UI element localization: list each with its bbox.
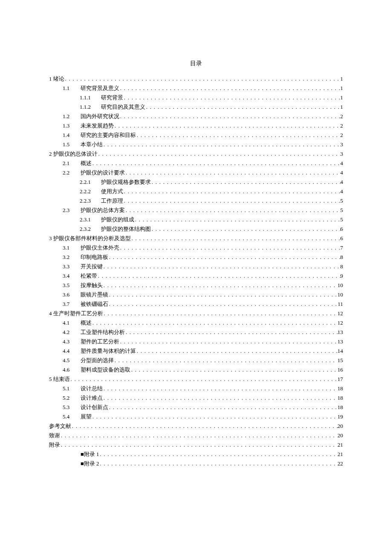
toc-entry: 1.4研究的主要内容和目标2	[49, 131, 343, 140]
toc-entry-number: 4.3	[63, 337, 81, 346]
toc-leader-dots	[114, 121, 340, 131]
toc-entry-number: 2.2.3	[80, 196, 101, 206]
toc-entry: 2.2.3工作原理5	[49, 196, 343, 206]
toc-entry-label: 按摩触头	[81, 281, 103, 290]
toc-entry-page: 19	[337, 412, 343, 421]
toc-entry: 1.3未来发展趋势2	[49, 121, 343, 131]
toc-entry-page: 12	[337, 309, 343, 318]
toc-entry-number: 2.3	[63, 206, 81, 215]
toc-entry-number: 1.1.1	[80, 93, 101, 102]
toc-leader-dots	[103, 281, 337, 290]
toc-entry: 3.3开关按键8	[49, 262, 343, 271]
toc-entry-page: 11	[337, 299, 343, 309]
toc-entry: 致谢20	[49, 431, 343, 440]
toc-entry: 5.3设计创新点18	[49, 403, 343, 412]
toc-entry-page: 5	[340, 206, 343, 215]
toc-leader-dots	[136, 346, 337, 356]
toc-entry: 4.6塑料成型设备的选取16	[49, 365, 343, 375]
toc-entry-number: 2.1	[63, 159, 81, 168]
toc-entry: 2.2.2使用方式4	[49, 187, 343, 196]
toc-leader-dots	[123, 196, 340, 206]
toc-leader-dots	[125, 206, 340, 215]
toc-entry: 2.2护眼仪的设计要求4	[49, 168, 343, 177]
toc-entry-number: 2.3.2	[80, 224, 101, 234]
toc-leader-dots	[99, 459, 337, 468]
toc-entry: 1.2国内外研究状况2	[49, 112, 343, 121]
toc-entry: 4.4塑件质量与体积的计算14	[49, 346, 343, 356]
toc-entry-label: 护眼仪的设计要求	[81, 168, 125, 177]
toc-entry-number: 1.2	[63, 112, 81, 121]
toc-entry-label: 分型面的选择	[81, 356, 114, 365]
toc-entry-label: 塑料成型设备的选取	[81, 365, 130, 375]
toc-entry-label: 生产时塑件工艺分析	[53, 309, 103, 318]
toc-entry-page: 10	[337, 290, 343, 299]
toc-entry-number: 4.1	[63, 318, 81, 328]
toc-entry-label: 概述	[81, 159, 92, 168]
toc-entry: ■附录 222	[49, 459, 343, 468]
toc-entry-number: 5.3	[63, 403, 81, 412]
toc-entry: 3.4松紧带9	[49, 271, 343, 281]
toc-entry-page: 8	[340, 262, 343, 271]
toc-entry: 2.2.1护眼仪规格参数要求4	[49, 177, 343, 187]
toc-leader-dots	[60, 440, 337, 450]
toc-entry-label: 概述	[81, 318, 92, 328]
toc-entry: 3.6眼镜片墨镜10	[49, 290, 343, 299]
toc-entry-number: 2.2.2	[80, 187, 101, 196]
toc-entry-page: 13	[337, 328, 343, 337]
toc-entry-number: 2.2.1	[80, 177, 101, 187]
toc-leader-dots	[108, 290, 337, 299]
toc-entry: 3.1护眼仪主体外壳7	[49, 243, 343, 253]
toc-leader-dots	[60, 431, 337, 440]
toc-entry-number: 5	[49, 375, 53, 384]
toc-entry: 4.1概述12	[49, 318, 343, 328]
toc-entry-label: 设计创新点	[81, 403, 108, 412]
toc-entry-label: 护眼仪规格参数要求	[101, 177, 151, 187]
toc-leader-dots	[134, 215, 340, 224]
toc-leader-dots	[151, 177, 340, 187]
toc-entry-number: 5.2	[63, 393, 81, 403]
toc-entry-page: 1	[340, 84, 343, 93]
toc-entry: 2.3.1护眼仪的组成5	[49, 215, 343, 224]
toc-entry: 5.2设计难点18	[49, 393, 343, 403]
toc-entry-page: 3	[340, 149, 343, 159]
toc-entry-page: 17	[337, 375, 343, 384]
toc-entry-number: 1.5	[63, 140, 81, 149]
toc-entry-page: 21	[337, 440, 343, 450]
toc-entry: 4 生产时塑件工艺分析12	[49, 309, 343, 318]
toc-entry: 4.2工业塑件结构分析13	[49, 328, 343, 337]
toc-entry-number: 1.1.2	[80, 102, 101, 112]
toc-entry-number: 1.3	[63, 121, 81, 131]
toc-entry-number: 4.4	[63, 346, 81, 356]
toc-entry-page: 15	[337, 356, 343, 365]
toc-leader-dots	[136, 131, 340, 140]
toc-entry-label: 塑件的工艺分析	[81, 337, 119, 346]
toc-entry-number: 5.4	[63, 412, 81, 421]
toc-entry: 5.4展望19	[49, 412, 343, 421]
toc-entry-number: 5.1	[63, 384, 81, 393]
toc-leader-dots	[103, 393, 337, 403]
toc-entry-label: 护眼仪各部件材料的分析及选型	[53, 234, 131, 243]
toc-entry-page: 21	[337, 450, 343, 459]
toc-entry: 1.1.1研究背景1	[49, 93, 343, 102]
toc-entry-label: ■附录 2	[81, 459, 99, 468]
toc-entry-label: 本章小结	[81, 140, 103, 149]
toc-entry: ■附录 121	[49, 450, 343, 459]
toc-leader-dots	[119, 84, 340, 93]
toc-entry-label: 研究背景	[101, 93, 123, 102]
toc-leader-dots	[64, 74, 340, 84]
toc-entry: 2.3.2护眼仪的整体结构图6	[49, 224, 343, 234]
toc-entry-label: 参考文献	[49, 421, 71, 431]
toc-entry-page: 9	[340, 271, 343, 281]
toc-entry-page: 6	[340, 234, 343, 243]
toc-entry-number: 4.2	[63, 328, 81, 337]
toc-entry: 4.3塑件的工艺分析13	[49, 337, 343, 346]
toc-entry: 5 结束语17	[49, 375, 343, 384]
toc-entry-label: 研究的主要内容和目标	[81, 131, 136, 140]
toc-entry-page: 2	[340, 131, 343, 140]
toc-entry-label: 设计难点	[81, 393, 103, 403]
toc-entry-page: 3	[340, 140, 343, 149]
toc-entry-page: 18	[337, 384, 343, 393]
toc-leader-dots	[130, 365, 337, 375]
toc-leader-dots	[119, 243, 340, 253]
toc-entry-number: 3.1	[63, 243, 81, 253]
